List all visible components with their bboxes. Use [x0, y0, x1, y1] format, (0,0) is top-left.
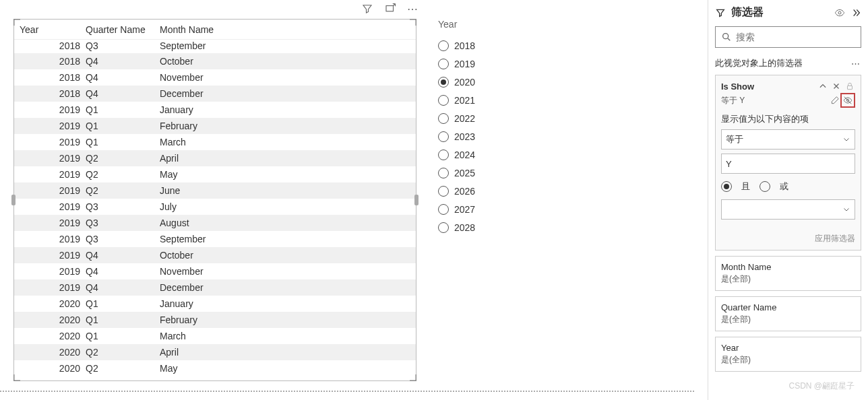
radio-icon: [438, 40, 449, 51]
cell-year: 2018: [18, 88, 86, 99]
table-row[interactable]: 2019Q3August: [14, 215, 416, 231]
radio-icon: [438, 113, 449, 124]
focus-mode-icon[interactable]: [384, 3, 396, 15]
more-options-icon[interactable]: ⋯: [407, 3, 419, 15]
col-header-year[interactable]: Year: [18, 24, 86, 35]
cell-year: 2019: [18, 185, 86, 196]
table-row[interactable]: 2018Q4November: [14, 69, 416, 86]
slicer-item[interactable]: 2020: [438, 73, 532, 91]
resize-handle-bl[interactable]: [13, 374, 20, 381]
filter-icon: [715, 7, 726, 18]
filter-card-isshow[interactable]: Is Show 等于 Y 显示值为以下内容的项 等于 Y 且 或: [715, 75, 861, 251]
lock-icon[interactable]: [844, 81, 855, 92]
cell-quarter: Q1: [86, 104, 160, 115]
table-row[interactable]: 2019Q1February: [14, 118, 416, 134]
close-icon[interactable]: [831, 81, 842, 92]
cell-year: 2019: [18, 266, 86, 277]
more-icon[interactable]: ⋯: [850, 58, 861, 69]
cell-year: 2019: [18, 104, 86, 115]
cell-year: 2019: [18, 169, 86, 180]
slicer-item[interactable]: 2027: [438, 200, 532, 218]
col-header-quarter[interactable]: Quarter Name: [86, 24, 160, 35]
cell-quarter: Q3: [86, 201, 160, 212]
cell-year: 2019: [18, 121, 86, 131]
resize-handle-tr[interactable]: [410, 19, 416, 26]
slicer-item[interactable]: 2023: [438, 127, 532, 145]
table-row[interactable]: 2019Q3September: [14, 231, 416, 247]
operator-select-2[interactable]: [721, 199, 855, 220]
show-items-label: 显示值为以下内容的项: [721, 113, 855, 125]
eye-icon[interactable]: [834, 7, 845, 18]
table-row[interactable]: 2019Q1March: [14, 134, 416, 150]
search-input[interactable]: [736, 32, 855, 42]
table-row[interactable]: 2019Q3July: [14, 199, 416, 215]
cell-year: 2020: [18, 347, 86, 358]
slicer-item[interactable]: 2021: [438, 91, 532, 109]
table-body[interactable]: 2018Q3September2018Q4October2018Q4Novemb…: [14, 40, 416, 376]
resize-handle-mr[interactable]: [414, 195, 418, 205]
resize-handle-tl[interactable]: [13, 19, 20, 26]
table-row[interactable]: 2019Q4October: [14, 247, 416, 263]
cell-year: 2020: [18, 314, 86, 325]
filter-icon[interactable]: [361, 3, 373, 15]
or-radio[interactable]: [760, 181, 770, 192]
resize-handle-br[interactable]: [410, 374, 416, 381]
radio-icon: [438, 95, 449, 106]
cell-quarter: Q4: [86, 88, 160, 99]
table-row[interactable]: 2019Q4December: [14, 279, 416, 296]
table-row[interactable]: 2020Q1February: [14, 312, 416, 328]
filter-name: Month Name: [721, 262, 855, 272]
table-row[interactable]: 2018Q4October: [14, 53, 416, 69]
slicer-item[interactable]: 2024: [438, 145, 532, 164]
filter-name: Year: [721, 343, 855, 353]
eye-off-icon[interactable]: [842, 95, 853, 106]
slicer-item[interactable]: 2019: [438, 55, 532, 73]
cell-month: March: [160, 331, 412, 341]
cell-year: 2018: [18, 72, 86, 83]
chevron-up-icon[interactable]: [817, 81, 828, 92]
table-header: Year Quarter Name Month Name: [14, 20, 416, 40]
cell-year: 2020: [18, 331, 86, 341]
table-visual[interactable]: Year Quarter Name Month Name 2018Q3Septe…: [13, 19, 416, 381]
cell-quarter: Q2: [86, 169, 160, 180]
table-row[interactable]: 2018Q3September: [14, 40, 416, 53]
cell-year: 2019: [18, 282, 86, 293]
svg-point-1: [838, 11, 841, 14]
filter-card[interactable]: Year是(全部): [715, 337, 861, 372]
table-row[interactable]: 2019Q2April: [14, 150, 416, 166]
chevron-down-icon: [842, 135, 850, 143]
hide-filter-highlight: [840, 93, 855, 108]
slicer-item[interactable]: 2025: [438, 164, 532, 182]
filter-card[interactable]: Month Name是(全部): [715, 256, 861, 291]
value-input[interactable]: Y: [721, 154, 855, 174]
table-row[interactable]: 2020Q2May: [14, 360, 416, 376]
table-row[interactable]: 2018Q4December: [14, 86, 416, 102]
radio-icon: [438, 168, 449, 178]
table-row[interactable]: 2020Q1January: [14, 296, 416, 312]
table-row[interactable]: 2019Q2May: [14, 166, 416, 182]
expand-right-icon[interactable]: [850, 7, 861, 18]
cell-month: September: [160, 234, 412, 244]
slicer-item[interactable]: 2022: [438, 109, 532, 127]
slicer-item[interactable]: 2026: [438, 182, 532, 200]
and-radio[interactable]: [721, 181, 732, 192]
table-row[interactable]: 2020Q2April: [14, 344, 416, 360]
slicer-item[interactable]: 2018: [438, 36, 532, 55]
search-box[interactable]: [715, 26, 861, 48]
cell-year: 2020: [18, 363, 86, 374]
cell-quarter: Q4: [86, 72, 160, 83]
cell-year: 2019: [18, 250, 86, 261]
operator-select[interactable]: 等于: [721, 129, 855, 149]
table-row[interactable]: 2019Q2June: [14, 182, 416, 199]
table-row[interactable]: 2020Q1March: [14, 328, 416, 344]
resize-handle-ml[interactable]: [11, 195, 16, 205]
table-row[interactable]: 2019Q4November: [14, 263, 416, 279]
apply-filter-link[interactable]: 应用筛选器: [721, 233, 855, 244]
cell-month: January: [160, 298, 412, 309]
table-row[interactable]: 2019Q1January: [14, 102, 416, 118]
eraser-icon[interactable]: [830, 95, 840, 106]
slicer-item[interactable]: 2028: [438, 218, 532, 236]
col-header-month[interactable]: Month Name: [160, 24, 412, 35]
filter-card[interactable]: Quarter Name是(全部): [715, 296, 861, 331]
radio-icon: [438, 186, 449, 197]
